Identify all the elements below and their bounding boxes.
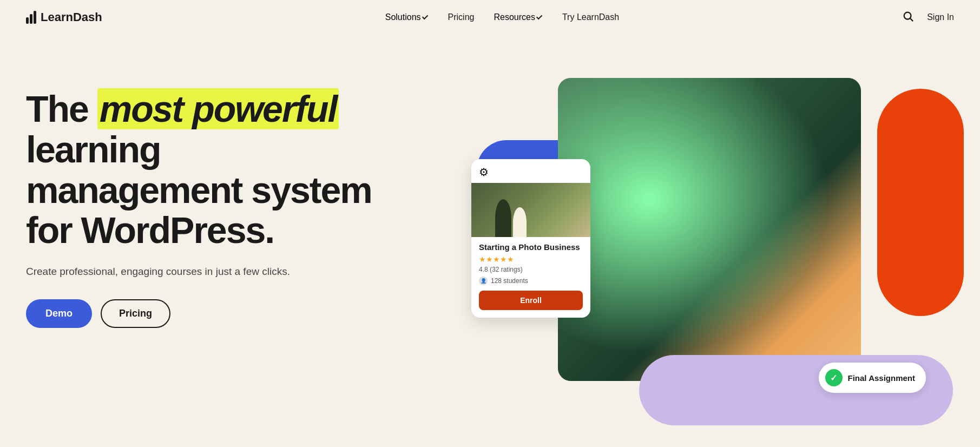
red-shape (877, 89, 964, 316)
hero-section: The most powerful learning management sy… (0, 35, 980, 447)
nav-links: Solutions Pricing Resources Try LearnDas… (385, 12, 619, 22)
title-highlight: most powerful (97, 88, 339, 129)
title-before: The (26, 88, 97, 129)
hero-photo (558, 78, 861, 381)
check-circle-icon: ✓ (825, 369, 843, 386)
card-stars: ★★★★★ (479, 255, 583, 264)
logo-text: LearnDash (41, 10, 102, 24)
nav-item-resources[interactable]: Resources (494, 12, 542, 22)
nav-right: Sign In (902, 10, 954, 24)
svg-point-0 (904, 12, 911, 19)
svg-line-1 (910, 18, 913, 21)
hero-left: The most powerful learning management sy… (26, 67, 372, 328)
hero-buttons: Demo Pricing (26, 299, 372, 328)
final-assignment-label: Final Assignment (848, 373, 915, 383)
navbar: LearnDash Solutions Pricing Resources Tr… (0, 0, 980, 35)
students-icon: 👤 (479, 277, 488, 285)
demo-button[interactable]: Demo (26, 299, 92, 328)
logo-icon (26, 11, 36, 24)
nav-item-solutions[interactable]: Solutions (385, 12, 429, 22)
signin-link[interactable]: Sign In (927, 12, 954, 22)
nav-item-pricing[interactable]: Pricing (448, 12, 475, 22)
nav-item-try[interactable]: Try LearnDash (562, 12, 619, 22)
hero-visuals: ⚙ Starting a Photo Business ★★★★★ 4.8 (3… (461, 35, 980, 447)
enroll-button[interactable]: Enroll (479, 291, 583, 310)
students-count: 128 students (491, 277, 528, 285)
card-logo-icon: ⚙ (471, 159, 590, 183)
card-title: Starting a Photo Business (479, 242, 583, 252)
logo[interactable]: LearnDash (26, 10, 102, 24)
pricing-button[interactable]: Pricing (101, 299, 170, 328)
hero-subtitle: Create professional, engaging courses in… (26, 266, 372, 278)
card-rating: 4.8 (32 ratings) (479, 266, 583, 273)
chevron-down-icon (422, 14, 427, 19)
course-card: ⚙ Starting a Photo Business ★★★★★ 4.8 (3… (471, 159, 590, 318)
hero-title: The most powerful learning management sy… (26, 89, 372, 251)
search-icon[interactable] (902, 10, 914, 24)
card-students: 👤 128 students (479, 277, 583, 285)
final-assignment-badge: ✓ Final Assignment (819, 363, 926, 393)
title-after: learning management system for WordPress… (26, 129, 372, 251)
chevron-down-icon (536, 14, 542, 19)
card-image (471, 183, 590, 237)
